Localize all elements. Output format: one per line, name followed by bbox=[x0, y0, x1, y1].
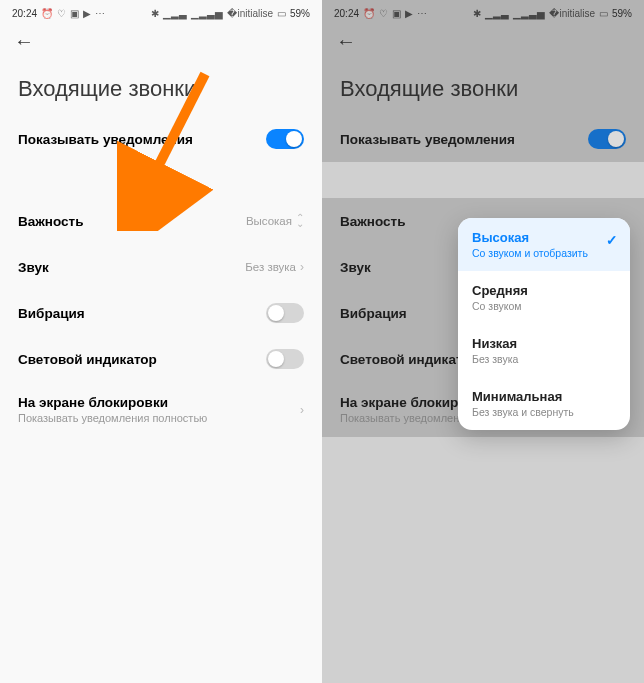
app-icon-1: ▣ bbox=[392, 8, 401, 19]
check-icon: ✓ bbox=[606, 232, 618, 248]
lockscreen-label: На экране блокировки bbox=[18, 395, 207, 410]
status-left: 20:24 ⏰ ♡ ▣ ▶ ⋯ bbox=[12, 8, 105, 19]
status-bar: 20:24 ⏰ ♡ ▣ ▶ ⋯ ✱ ▁▂▃ ▁▂▃▅ �initialise ▭… bbox=[0, 0, 322, 26]
heart-icon: ♡ bbox=[379, 8, 388, 19]
row-show-notifications[interactable]: Показывать уведомления bbox=[322, 116, 644, 162]
row-show-notifications[interactable]: Показывать уведомления bbox=[0, 116, 322, 162]
signal-1-icon: ▁▂▃ bbox=[485, 8, 509, 19]
vibration-label: Вибрация bbox=[18, 306, 85, 321]
show-notif-label: Показывать уведомления bbox=[18, 132, 193, 147]
popup-item-title: Минимальная bbox=[472, 389, 616, 404]
spacer bbox=[322, 162, 644, 198]
importance-label: Важность bbox=[18, 214, 83, 229]
wifi-icon: �initialise bbox=[549, 8, 595, 19]
more-icon: ⋯ bbox=[417, 8, 427, 19]
importance-popup: Высокая Со звуком и отобразить ✓ Средняя… bbox=[458, 218, 630, 430]
app-icon-1: ▣ bbox=[70, 8, 79, 19]
heart-icon: ♡ bbox=[57, 8, 66, 19]
status-time: 20:24 bbox=[12, 8, 37, 19]
alarm-icon: ⏰ bbox=[41, 8, 53, 19]
importance-value: Высокая ⌃⌄ bbox=[246, 215, 304, 227]
bluetooth-icon: ✱ bbox=[151, 8, 159, 19]
led-label: Световой индикатор bbox=[18, 352, 157, 367]
screen-right: 20:24 ⏰ ♡ ▣ ▶ ⋯ ✱ ▁▂▃ ▁▂▃▅ �initialise ▭… bbox=[322, 0, 644, 683]
popup-item-high[interactable]: Высокая Со звуком и отобразить ✓ bbox=[458, 218, 630, 271]
popup-item-title: Высокая bbox=[472, 230, 616, 245]
popup-item-sub: Со звуком и отобразить bbox=[472, 247, 616, 259]
popup-item-title: Низкая bbox=[472, 336, 616, 351]
popup-item-low[interactable]: Низкая Без звука bbox=[458, 324, 630, 377]
show-notif-toggle[interactable] bbox=[588, 129, 626, 149]
signal-2-icon: ▁▂▃▅ bbox=[191, 8, 223, 19]
spacer bbox=[0, 162, 322, 198]
battery-icon: ▭ bbox=[277, 8, 286, 19]
header: ← bbox=[322, 26, 644, 56]
bluetooth-icon: ✱ bbox=[473, 8, 481, 19]
page-title: Входящие звонки bbox=[0, 56, 322, 116]
show-notif-toggle[interactable] bbox=[266, 129, 304, 149]
sound-label: Звук bbox=[18, 260, 49, 275]
popup-item-sub: Со звуком bbox=[472, 300, 616, 312]
row-led[interactable]: Световой индикатор bbox=[0, 336, 322, 382]
show-notif-label: Показывать уведомления bbox=[340, 132, 515, 147]
status-left: 20:24 ⏰ ♡ ▣ ▶ ⋯ bbox=[334, 8, 427, 19]
lockscreen-sub: Показывать уведомления полностью bbox=[18, 412, 207, 424]
status-time: 20:24 bbox=[334, 8, 359, 19]
more-icon: ⋯ bbox=[95, 8, 105, 19]
chevron-right-icon: › bbox=[300, 260, 304, 274]
popup-item-sub: Без звука и свернуть bbox=[472, 406, 616, 418]
sound-value: Без звука › bbox=[245, 260, 304, 274]
screen-left: 20:24 ⏰ ♡ ▣ ▶ ⋯ ✱ ▁▂▃ ▁▂▃▅ �initialise ▭… bbox=[0, 0, 322, 683]
status-battery: 59% bbox=[290, 8, 310, 19]
popup-item-minimal[interactable]: Минимальная Без звука и свернуть bbox=[458, 377, 630, 430]
status-right: ✱ ▁▂▃ ▁▂▃▅ �initialise ▭ 59% bbox=[151, 8, 310, 19]
popup-item-medium[interactable]: Средняя Со звуком bbox=[458, 271, 630, 324]
row-lockscreen[interactable]: На экране блокировки Показывать уведомле… bbox=[0, 382, 322, 437]
status-bar: 20:24 ⏰ ♡ ▣ ▶ ⋯ ✱ ▁▂▃ ▁▂▃▅ �initialise ▭… bbox=[322, 0, 644, 26]
popup-item-sub: Без звука bbox=[472, 353, 616, 365]
importance-label: Важность bbox=[340, 214, 405, 229]
alarm-icon: ⏰ bbox=[363, 8, 375, 19]
popup-item-title: Средняя bbox=[472, 283, 616, 298]
header: ← bbox=[0, 26, 322, 56]
vibration-label: Вибрация bbox=[340, 306, 407, 321]
row-vibration[interactable]: Вибрация bbox=[0, 290, 322, 336]
row-sound[interactable]: Звук Без звука › bbox=[0, 244, 322, 290]
app-icon-2: ▶ bbox=[83, 8, 91, 19]
wifi-icon: �initialise bbox=[227, 8, 273, 19]
signal-2-icon: ▁▂▃▅ bbox=[513, 8, 545, 19]
vibration-toggle[interactable] bbox=[266, 303, 304, 323]
row-importance[interactable]: Важность Высокая ⌃⌄ bbox=[0, 198, 322, 244]
sound-label: Звук bbox=[340, 260, 371, 275]
led-toggle[interactable] bbox=[266, 349, 304, 369]
back-arrow-icon[interactable]: ← bbox=[14, 31, 34, 51]
status-battery: 59% bbox=[612, 8, 632, 19]
chevron-right-icon: › bbox=[300, 403, 304, 417]
app-icon-2: ▶ bbox=[405, 8, 413, 19]
battery-icon: ▭ bbox=[599, 8, 608, 19]
updown-icon: ⌃⌄ bbox=[296, 215, 304, 227]
status-right: ✱ ▁▂▃ ▁▂▃▅ �initialise ▭ 59% bbox=[473, 8, 632, 19]
back-arrow-icon[interactable]: ← bbox=[336, 31, 356, 51]
page-title: Входящие звонки bbox=[322, 56, 644, 116]
signal-1-icon: ▁▂▃ bbox=[163, 8, 187, 19]
